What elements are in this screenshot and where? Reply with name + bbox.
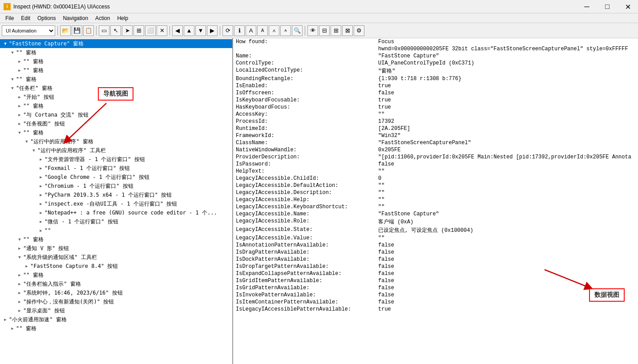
tree-item[interactable]: ▶"Notepad++ : a free (GNU) source code e… xyxy=(0,208,232,217)
tree-item-label: "系统时钟, 16:46, 2023/6/16" 按钮 xyxy=(23,289,123,297)
data-key: LegacyIAccessible.Role: xyxy=(233,218,376,226)
tree-item[interactable]: ▶"与 Cortana 交流" 按钮 xyxy=(0,110,232,119)
watch-icon[interactable]: 👁 xyxy=(307,25,318,36)
tree-item[interactable]: ▶"FastStone Capture 8.4" 按钮 xyxy=(0,262,232,271)
tree-item[interactable]: ▼"" 窗格 xyxy=(0,48,232,57)
tree-item-label: "任务栏输入指示" 窗格 xyxy=(23,280,81,288)
highlight-icon[interactable]: ⬜ xyxy=(145,25,156,36)
menu-action[interactable]: Action xyxy=(92,14,113,22)
outline2-icon[interactable]: ⊞ xyxy=(331,25,341,36)
tree-item[interactable]: ▶"Foxmail - 1 个运行窗口" 按钮 xyxy=(0,164,232,173)
menu-file[interactable]: File xyxy=(2,14,17,22)
tree-item[interactable]: ▶"" 窗格 xyxy=(0,101,232,110)
tree-expander: ▶ xyxy=(9,325,16,332)
save-icon[interactable]: 💾 xyxy=(72,25,82,36)
properties-icon[interactable]: 📋 xyxy=(83,25,94,36)
data-value: 0 xyxy=(376,175,638,182)
data-value: false xyxy=(376,263,638,270)
font4-icon[interactable]: A xyxy=(280,25,291,36)
tree-item[interactable]: ▶"" 窗格 xyxy=(0,66,232,75)
tree-item-label: "显示桌面" 按钮 xyxy=(23,307,65,315)
data-key: ControlType: xyxy=(233,60,376,67)
tree-item[interactable]: ▶"显示桌面" 按钮 xyxy=(0,306,232,315)
tree-item-label: "任务栏" 窗格 xyxy=(16,85,52,92)
up-icon[interactable]: ▲ xyxy=(184,25,194,36)
tree-item-label: "" 窗格 xyxy=(23,58,44,65)
maximize-button[interactable]: □ xyxy=(597,0,618,13)
menu-help[interactable]: Help xyxy=(113,14,132,22)
tree-item[interactable]: ▶"文件资源管理器 - 1 个运行窗口" 按钮 xyxy=(0,155,232,164)
mode-selector[interactable]: UI Automation xyxy=(2,25,55,36)
tree-item[interactable]: ▶"操作中心，没有新通知(关闭)" 按钮 xyxy=(0,297,232,306)
outline3-icon[interactable]: ⊠ xyxy=(342,25,353,36)
menu-options[interactable]: Options xyxy=(34,14,59,22)
tree-item[interactable]: ▼"系统升级的通知区域" 工具栏 xyxy=(0,253,232,262)
data-value: "" xyxy=(376,203,638,210)
rectangle-icon[interactable]: ▭ xyxy=(99,25,109,36)
tree-item[interactable]: ▼"运行中的应用程序" 工具栏 xyxy=(0,146,232,155)
settings-icon[interactable]: ⚙ xyxy=(354,25,364,36)
tree-item[interactable]: ▶"任务视图" 按钮 xyxy=(0,119,232,128)
refresh-icon[interactable]: ⟳ xyxy=(222,25,233,36)
menu-navigation[interactable]: Navigation xyxy=(59,14,92,22)
tree-expander: ▶ xyxy=(16,58,23,65)
tree-expander: ▶ xyxy=(16,271,23,279)
data-value: false xyxy=(376,270,638,277)
tree-item[interactable]: ▶"小火箭通用加速" 窗格 xyxy=(0,315,232,324)
forward-icon[interactable]: ▶ xyxy=(207,25,218,36)
data-key: ProviderDescription: xyxy=(233,154,376,161)
tree-item[interactable]: ▼"" 窗格 xyxy=(0,128,232,137)
outline-icon[interactable]: ⊟ xyxy=(319,25,330,36)
tree-item[interactable]: ▶"" 窗格 xyxy=(0,271,232,279)
tree-item[interactable]: ▶"" xyxy=(0,226,232,235)
tree-item[interactable]: ▼"" 窗格 xyxy=(0,75,232,84)
tree-item[interactable]: ▶"Google Chrome - 1 个运行窗口" 按钮 xyxy=(0,173,232,182)
data-key: AccessKey: xyxy=(233,111,376,118)
tree-item[interactable]: ▶"" 窗格 xyxy=(0,324,232,333)
minimize-button[interactable]: ─ xyxy=(577,0,597,13)
tree-item[interactable]: ▶"" 窗格 xyxy=(0,57,232,66)
tree-item-label: "" 窗格 xyxy=(23,236,44,243)
data-key: IsLegacyIAccessiblePatternAvailable: xyxy=(233,306,376,313)
menu-edit[interactable]: Edit xyxy=(17,14,34,22)
element-icon[interactable]: ⊞ xyxy=(133,25,144,36)
tree-expander: ▶ xyxy=(16,289,23,296)
tree-item[interactable]: ▶"PyCharm 2019.3.5 x64 - 1 个运行窗口" 按钮 xyxy=(0,190,232,199)
tree-item[interactable]: ▶"inspect.exe -自动UI工具 - 1 个运行窗口" 按钮 xyxy=(0,199,232,208)
tree-item[interactable]: ▶"系统时钟, 16:46, 2023/6/16" 按钮 xyxy=(0,288,232,297)
data-value: "" xyxy=(376,189,638,196)
tree-item[interactable]: ▼"" 窗格 xyxy=(0,235,232,244)
inspect-icon[interactable]: ℹ xyxy=(234,25,245,36)
font1-icon[interactable]: A xyxy=(246,25,256,36)
locate-icon[interactable]: 🔍 xyxy=(292,25,303,36)
data-key: How found: xyxy=(233,38,376,45)
back-icon[interactable]: ◀ xyxy=(172,25,183,36)
folder-open-icon[interactable]: 📂 xyxy=(60,25,71,36)
tree-item-label: "" 窗格 xyxy=(23,102,44,110)
arrow-icon[interactable]: ➤ xyxy=(122,25,133,36)
tree-item[interactable]: ▶"任务栏输入指示" 窗格 xyxy=(0,279,232,288)
data-row: hwnd=0x0000000000205FE 32bit class="Fast… xyxy=(233,45,638,53)
font3-icon[interactable]: A xyxy=(269,25,279,36)
data-row: LegacyIAccessible.Name:"FastStone Captur… xyxy=(233,210,638,218)
tree-item-label: "Notepad++ : a free (GNU) source code ed… xyxy=(44,209,217,217)
data-row: IsDockPatternAvailable:false xyxy=(233,256,638,263)
tree-item-label: "Google Chrome - 1 个运行窗口" 按钮 xyxy=(44,174,149,181)
tree-item[interactable]: ▶"通知 V 形" 按钮 xyxy=(0,244,232,253)
app-icon: i xyxy=(4,3,11,10)
data-value: "" xyxy=(376,168,638,175)
tree-item-label: "FastStone Capture 8.4" 按钮 xyxy=(30,263,118,270)
tree-expander: ▶ xyxy=(16,307,23,314)
data-row: ClassName:"FastStoneScreenCapturePanel" xyxy=(233,139,638,146)
close-button[interactable]: ✕ xyxy=(618,0,638,13)
crosshair-icon[interactable]: ✕ xyxy=(157,25,167,36)
tree-expander: ▶ xyxy=(37,191,44,198)
tree-item[interactable]: ▼"运行中的应用程序" 窗格 xyxy=(0,137,232,146)
down-icon[interactable]: ▼ xyxy=(195,25,206,36)
font2-icon[interactable]: A xyxy=(257,25,268,36)
cursor-icon[interactable]: ↖ xyxy=(110,25,121,36)
data-row: IsAnnotationPatternAvailable:false xyxy=(233,242,638,249)
tree-item[interactable]: ▶"Chromium - 1 个运行窗口" 按钮 xyxy=(0,182,232,190)
tree-item[interactable]: ▶"微信 - 1 个运行窗口" 按钮 xyxy=(0,217,232,226)
tree-item[interactable]: ▼"FastStone Capture" 窗格 xyxy=(0,39,232,48)
